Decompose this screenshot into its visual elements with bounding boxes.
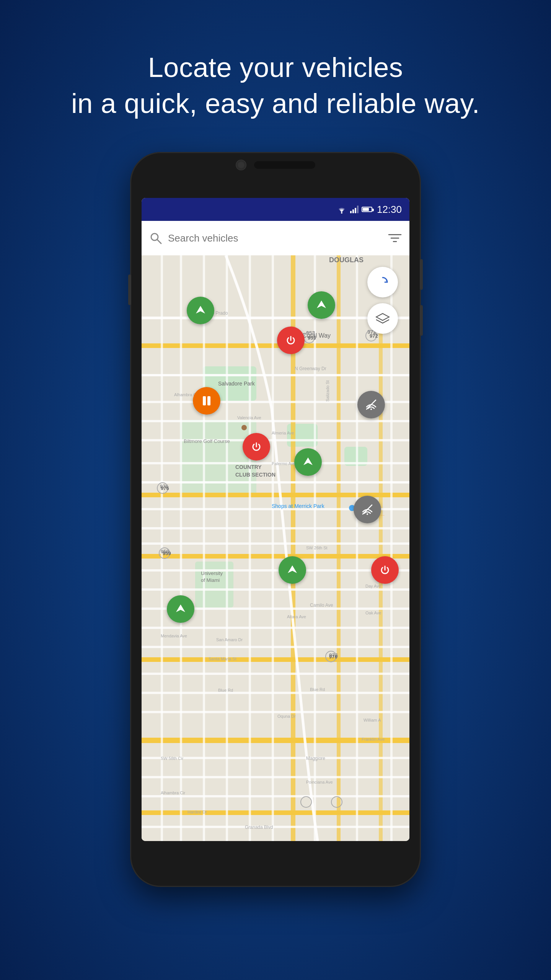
svg-text:Hardee Dr: Hardee Dr: [187, 810, 207, 814]
svg-text:Shops at Merrick Park: Shops at Merrick Park: [272, 503, 325, 509]
svg-text:976: 976: [161, 485, 169, 491]
side-button-right-mid: [420, 305, 423, 336]
svg-text:Salvadore Park: Salvadore Park: [218, 381, 255, 387]
search-bar[interactable]: [142, 221, 409, 255]
phone-shell: 12:30: [130, 152, 421, 887]
svg-text:Blue Rd: Blue Rd: [310, 687, 325, 692]
signal-icon: [350, 206, 359, 213]
refresh-icon: [375, 274, 390, 290]
phone-screen: 12:30: [142, 198, 409, 841]
svg-rect-50: [226, 255, 228, 841]
arrow-icon: [174, 603, 187, 615]
no-signal-icon: [361, 503, 373, 516]
vehicle-marker-v7[interactable]: [357, 391, 385, 418]
layers-button[interactable]: [367, 303, 398, 334]
search-icon: [149, 232, 162, 245]
svg-marker-111: [196, 306, 205, 314]
svg-text:William A: William A: [364, 718, 381, 722]
svg-rect-54: [356, 255, 358, 841]
svg-text:Oak Ave: Oak Ave: [365, 611, 381, 615]
svg-text:Altara Ave: Altara Ave: [287, 614, 306, 619]
svg-marker-115: [303, 457, 313, 465]
pause-icon: [201, 395, 212, 407]
svg-point-116: [370, 408, 372, 410]
svg-text:of Miami: of Miami: [201, 577, 220, 583]
search-input[interactable]: [168, 232, 382, 244]
svg-text:Granada Blvd: Granada Blvd: [245, 825, 273, 830]
power-icon: [250, 441, 262, 453]
vehicle-marker-v11[interactable]: [167, 595, 194, 623]
svg-rect-51: [249, 255, 251, 841]
svg-rect-113: [203, 396, 206, 405]
svg-text:Santa Maria St: Santa Maria St: [209, 657, 236, 661]
svg-rect-1: [350, 211, 352, 213]
svg-text:Oquna Dr: Oquna Dr: [277, 714, 296, 719]
svg-rect-23: [337, 255, 341, 841]
svg-text:Almeria Ave: Almeria Ave: [272, 431, 294, 435]
arrow-icon: [302, 456, 314, 468]
status-bar: 12:30: [142, 198, 409, 221]
svg-text:Valencia Ave: Valencia Ave: [237, 415, 261, 420]
svg-text:SW 58th Cir: SW 58th Cir: [161, 756, 184, 761]
svg-text:976: 976: [329, 654, 337, 660]
svg-text:University: University: [201, 570, 223, 576]
vehicle-marker-v9[interactable]: [371, 556, 399, 584]
arrow-icon: [194, 304, 207, 317]
svg-rect-48: [180, 255, 182, 841]
svg-marker-119: [176, 604, 185, 612]
filter-icon[interactable]: [388, 232, 402, 244]
vehicle-marker-v1[interactable]: [187, 297, 214, 324]
svg-text:Salizado St: Salizado St: [325, 381, 330, 402]
vehicle-marker-v10[interactable]: [279, 556, 306, 584]
svg-marker-112: [317, 301, 326, 308]
vehicle-marker-v2[interactable]: [308, 291, 335, 319]
svg-text:SW 26th St: SW 26th St: [306, 546, 328, 550]
status-icons: [336, 205, 372, 214]
svg-text:953: 953: [308, 335, 316, 341]
phone-wrapper: 12:30: [130, 152, 421, 887]
camera: [236, 160, 246, 170]
map-area: DOUGLAS Coral Way Salvadore Park Biltmor…: [142, 255, 409, 841]
svg-rect-114: [207, 396, 210, 405]
svg-text:Franklin Ave: Franklin Ave: [362, 737, 385, 742]
status-time: 12:30: [377, 204, 402, 216]
speaker: [254, 161, 315, 169]
svg-rect-52: [272, 255, 274, 841]
side-button-left: [128, 274, 131, 305]
battery-icon: [362, 207, 372, 212]
svg-text:Alhambra Cir: Alhambra Cir: [161, 791, 186, 795]
svg-rect-2: [352, 209, 354, 213]
vehicle-marker-v5[interactable]: [243, 433, 270, 461]
svg-point-117: [367, 513, 368, 515]
refresh-button[interactable]: [367, 267, 398, 297]
vehicle-marker-v6[interactable]: [294, 448, 322, 476]
headline-line2: in a quick, easy and reliable way.: [71, 86, 480, 122]
map-background: DOUGLAS Coral Way Salvadore Park Biltmor…: [142, 255, 409, 841]
vehicle-marker-v3[interactable]: [277, 327, 305, 354]
svg-text:Mendavia Ave: Mendavia Ave: [161, 634, 187, 638]
svg-text:Blue Rd: Blue Rd: [218, 688, 233, 693]
svg-point-0: [341, 212, 342, 214]
vehicle-marker-v8[interactable]: [354, 496, 381, 523]
svg-text:Maggiore: Maggiore: [306, 756, 325, 761]
svg-text:N Greenway Dr: N Greenway Dr: [295, 366, 326, 371]
svg-text:San Amaro Dr: San Amaro Dr: [216, 637, 243, 642]
svg-point-110: [241, 425, 247, 430]
svg-rect-12: [180, 420, 256, 497]
arrow-icon: [315, 299, 328, 311]
svg-rect-55: [390, 255, 393, 841]
headline: Locate your vehicles in a quick, easy an…: [71, 50, 480, 121]
svg-line-6: [157, 240, 161, 243]
battery-fill: [363, 208, 369, 211]
vehicle-marker-v4[interactable]: [193, 387, 220, 415]
svg-text:CLUB SECTION: CLUB SECTION: [235, 472, 276, 478]
svg-text:Poinciana Ave: Poinciana Ave: [306, 780, 333, 784]
svg-text:959: 959: [163, 550, 171, 556]
layers-icon: [375, 312, 390, 325]
phone-top-bar: [130, 160, 421, 170]
side-button-right-top: [420, 259, 423, 290]
svg-marker-118: [288, 565, 297, 573]
svg-text:972: 972: [370, 333, 378, 339]
svg-rect-4: [357, 206, 359, 213]
svg-text:Camilo Ave: Camilo Ave: [310, 603, 333, 608]
